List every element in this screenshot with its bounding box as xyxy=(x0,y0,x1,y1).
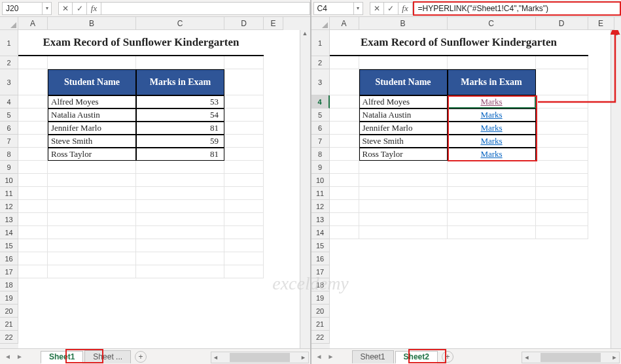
tab-nav-prev-icon[interactable]: ◄ xyxy=(3,352,13,362)
cell[interactable] xyxy=(330,122,359,135)
row-header[interactable]: 16 xyxy=(0,252,18,265)
cell[interactable] xyxy=(48,187,136,200)
cell[interactable] xyxy=(330,135,359,148)
col-header-D[interactable]: D xyxy=(224,17,264,30)
fx-button[interactable]: fx xyxy=(399,2,413,15)
cell[interactable] xyxy=(224,239,264,252)
col-header-A[interactable]: A xyxy=(18,17,48,30)
table-cell-name[interactable]: Alfred Moyes xyxy=(48,95,136,108)
row-header[interactable]: 18 xyxy=(311,278,330,291)
horizontal-scrollbar[interactable]: ◄► xyxy=(211,352,309,363)
fx-button[interactable]: fx xyxy=(87,2,101,15)
table-cell-name[interactable]: Jennifer Marlo xyxy=(359,122,448,135)
row-header[interactable]: 7 xyxy=(311,135,330,148)
cell[interactable] xyxy=(136,213,224,226)
cell[interactable] xyxy=(18,174,48,187)
accept-formula-button[interactable]: ✓ xyxy=(73,2,87,15)
table-header-marks[interactable]: Marks in Exam xyxy=(448,69,536,95)
row-header[interactable]: 11 xyxy=(0,187,18,200)
cell[interactable] xyxy=(330,95,359,108)
cell[interactable] xyxy=(536,135,588,148)
vertical-scrollbar[interactable]: ▲ xyxy=(300,30,310,348)
cell[interactable] xyxy=(48,226,136,239)
cell[interactable] xyxy=(18,213,48,226)
cell[interactable] xyxy=(18,108,48,122)
tab-nav-next-icon[interactable]: ► xyxy=(14,352,25,362)
col-header-B[interactable]: B xyxy=(48,17,136,30)
col-header-B[interactable]: B xyxy=(359,17,448,30)
table-cell-name[interactable]: Steve Smith xyxy=(359,135,448,148)
name-box-dropdown[interactable]: ▾ xyxy=(43,2,52,15)
cell[interactable] xyxy=(448,174,536,187)
cell[interactable] xyxy=(136,200,224,213)
cell[interactable] xyxy=(224,95,264,108)
cell[interactable] xyxy=(224,226,264,239)
hyperlink-cell[interactable]: Marks xyxy=(448,108,536,122)
cell[interactable] xyxy=(330,174,359,187)
add-sheet-button[interactable]: + xyxy=(442,351,453,363)
cell[interactable] xyxy=(48,56,136,69)
row-header[interactable]: 12 xyxy=(0,200,18,213)
table-header-name[interactable]: Student Name xyxy=(48,69,136,95)
cell[interactable] xyxy=(18,69,48,95)
row-header[interactable]: 1 xyxy=(0,30,18,56)
row-header[interactable]: 5 xyxy=(0,108,18,122)
sheet-tab-sheet1[interactable]: Sheet1 xyxy=(352,350,394,363)
table-cell-name[interactable]: Natalia Austin xyxy=(359,108,448,122)
row-header[interactable]: 8 xyxy=(0,148,18,161)
name-box[interactable]: C4 xyxy=(313,2,354,15)
cell[interactable] xyxy=(224,187,264,200)
row-header[interactable]: 14 xyxy=(0,226,18,239)
cell[interactable] xyxy=(359,226,448,239)
hyperlink-cell[interactable]: Marks xyxy=(448,95,536,108)
row-header[interactable]: 2 xyxy=(311,56,330,69)
table-cell-name[interactable]: Natalia Austin xyxy=(48,108,136,122)
table-cell-name[interactable]: Alfred Moyes xyxy=(359,95,448,108)
table-cell-name[interactable]: Steve Smith xyxy=(48,135,136,148)
cell[interactable] xyxy=(18,252,48,265)
cell[interactable] xyxy=(48,252,136,265)
col-header-D[interactable]: D xyxy=(536,17,588,30)
table-cell-name[interactable]: Ross Taylor xyxy=(359,148,448,161)
hyperlink-cell[interactable]: Marks xyxy=(448,122,536,135)
col-header-E[interactable]: E xyxy=(264,17,283,30)
cell[interactable] xyxy=(224,200,264,213)
col-header-C[interactable]: C xyxy=(136,17,224,30)
table-cell-marks[interactable]: 59 xyxy=(136,135,224,148)
row-header[interactable]: 16 xyxy=(311,252,330,265)
cell[interactable] xyxy=(18,226,48,239)
cell[interactable] xyxy=(330,69,359,95)
row-header[interactable]: 19 xyxy=(311,291,330,305)
cell[interactable] xyxy=(536,187,588,200)
cell[interactable] xyxy=(136,187,224,200)
add-sheet-button[interactable]: + xyxy=(135,351,147,363)
row-header[interactable]: 1 xyxy=(311,30,330,56)
cell[interactable] xyxy=(536,226,588,239)
cell[interactable] xyxy=(136,226,224,239)
table-cell-name[interactable]: Jennifer Marlo xyxy=(48,122,136,135)
cell[interactable] xyxy=(224,135,264,148)
row-header[interactable]: 6 xyxy=(0,122,18,135)
cell[interactable] xyxy=(224,148,264,161)
cell[interactable] xyxy=(224,122,264,135)
cancel-formula-button[interactable]: ✕ xyxy=(58,2,73,15)
cell[interactable] xyxy=(448,213,536,226)
cell[interactable] xyxy=(536,200,588,213)
cell[interactable] xyxy=(136,252,224,265)
horizontal-scrollbar[interactable]: ◄► xyxy=(522,352,620,363)
row-header[interactable]: 21 xyxy=(311,318,330,331)
row-header[interactable]: 15 xyxy=(0,239,18,252)
select-all-corner[interactable] xyxy=(311,17,330,30)
table-header-name[interactable]: Student Name xyxy=(359,69,448,95)
cell[interactable] xyxy=(448,226,536,239)
cell[interactable] xyxy=(536,161,588,174)
cell[interactable] xyxy=(136,161,224,174)
row-header[interactable]: 12 xyxy=(311,200,330,213)
row-header[interactable]: 20 xyxy=(0,305,18,318)
cell[interactable] xyxy=(224,252,264,265)
cell[interactable] xyxy=(448,187,536,200)
sheet-tab-sheet2[interactable]: Sheet2 xyxy=(395,351,438,364)
row-header[interactable]: 8 xyxy=(311,148,330,161)
cell[interactable] xyxy=(536,213,588,226)
cell[interactable] xyxy=(18,187,48,200)
